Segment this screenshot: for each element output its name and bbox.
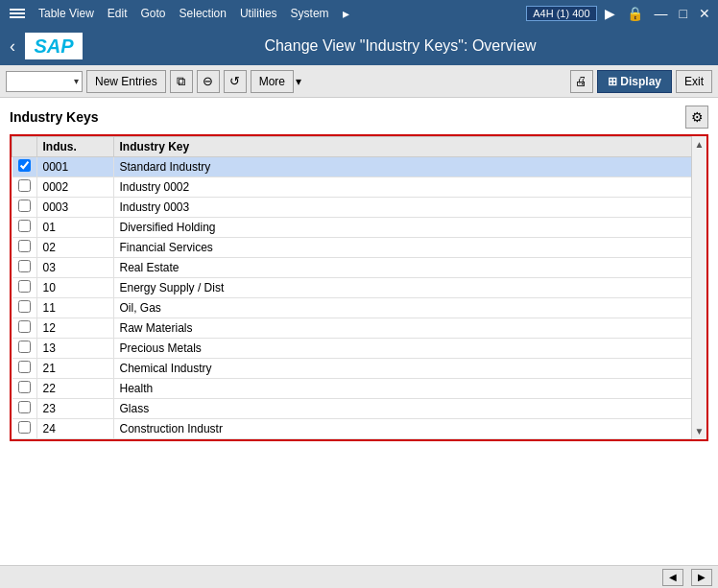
table-container[interactable]: Indus. Industry Key 0001Standard Industr… <box>12 136 706 439</box>
row-indus: 0003 <box>36 198 113 218</box>
row-industry-key: Energy Supply / Dist <box>113 278 706 298</box>
page-title: Change View "Industry Keys": Overview <box>92 37 708 55</box>
row-industry-key: Precious Metals <box>113 339 706 359</box>
row-checkbox-cell <box>12 278 37 298</box>
more-button[interactable]: More <box>251 70 294 93</box>
sap-logo-text: SAP <box>34 35 73 58</box>
table-row[interactable]: 03Real Estate <box>12 258 706 278</box>
row-checkbox-cell <box>12 157 37 177</box>
row-industry-key: Oil, Gas <box>113 298 706 318</box>
row-indus: 03 <box>36 258 113 278</box>
settings-button[interactable]: ⚙ <box>685 106 708 129</box>
menu-bar-right: A4H (1) 400 ▶ 🔒 — □ ✕ <box>526 4 714 23</box>
nav-prev-button[interactable]: ◀ <box>662 569 683 586</box>
row-indus: 0002 <box>36 177 113 198</box>
table-row[interactable]: 10Energy Supply / Dist <box>12 278 706 298</box>
transaction-id: A4H (1) 400 <box>526 6 596 21</box>
table-header: Indus. Industry Key <box>12 137 706 157</box>
close-btn[interactable]: ✕ <box>695 4 714 23</box>
row-checkbox[interactable] <box>18 421 31 434</box>
exit-button[interactable]: Exit <box>676 70 712 93</box>
menu-utilities[interactable]: Utilities <box>234 5 283 22</box>
table-row[interactable]: 23Glass <box>12 399 706 419</box>
more-button-wrap: More ▾ <box>251 70 301 93</box>
table-row[interactable]: 01Diversified Holding <box>12 218 706 238</box>
more-chevron-icon: ▾ <box>296 75 301 88</box>
row-industry-key: Health <box>113 379 706 399</box>
menu-system[interactable]: System <box>285 5 335 22</box>
sap-logo: SAP <box>25 33 83 59</box>
row-checkbox[interactable] <box>18 320 31 333</box>
row-checkbox-cell <box>12 339 37 359</box>
row-indus: 02 <box>36 238 113 258</box>
hamburger-menu[interactable] <box>4 5 31 22</box>
table-row[interactable]: 0002Industry 0002 <box>12 177 706 198</box>
row-checkbox[interactable] <box>18 361 31 373</box>
row-industry-key: Construction Industr <box>113 419 706 439</box>
nav-next-button[interactable]: ▶ <box>691 569 712 586</box>
row-checkbox-cell <box>12 379 37 399</box>
row-checkbox-cell <box>12 238 37 258</box>
menu-goto[interactable]: Goto <box>135 5 172 22</box>
industry-keys-table: Indus. Industry Key 0001Standard Industr… <box>12 136 706 439</box>
row-indus: 13 <box>36 339 113 359</box>
row-industry-key: Glass <box>113 399 706 419</box>
row-checkbox[interactable] <box>18 179 31 192</box>
minimize-btn[interactable]: — <box>651 4 672 23</box>
lock-btn[interactable]: 🔒 <box>623 4 647 23</box>
display-button[interactable]: ⊞ Display <box>597 70 672 93</box>
new-entries-button[interactable]: New Entries <box>86 70 166 93</box>
content-area: Industry Keys ⚙ Indus. Industry Key 0001… <box>0 98 718 449</box>
row-industry-key: Standard Industry <box>113 157 706 177</box>
row-checkbox[interactable] <box>18 200 31 212</box>
row-checkbox[interactable] <box>18 280 31 293</box>
row-industry-key: Financial Services <box>113 238 706 258</box>
scroll-down-icon[interactable]: ▼ <box>692 423 707 439</box>
refresh-icon-btn[interactable]: ↺ <box>224 70 247 93</box>
header-industry-key: Industry Key <box>113 137 706 157</box>
row-industry-key: Chemical Industry <box>113 359 706 379</box>
play-btn[interactable]: ▶ <box>601 4 619 23</box>
row-indus: 21 <box>36 359 113 379</box>
section-header: Industry Keys ⚙ <box>10 106 708 129</box>
row-checkbox[interactable] <box>18 300 31 313</box>
back-button[interactable]: ‹ <box>10 36 15 57</box>
delete-icon-btn[interactable]: ⊖ <box>197 70 220 93</box>
scroll-up-icon[interactable]: ▲ <box>692 136 707 153</box>
row-checkbox[interactable] <box>18 401 31 413</box>
table-row[interactable]: 12Raw Materials <box>12 318 706 339</box>
row-checkbox[interactable] <box>18 341 31 353</box>
menu-edit[interactable]: Edit <box>102 5 133 22</box>
row-indus: 23 <box>36 399 113 419</box>
table-row[interactable]: 21Chemical Industry <box>12 359 706 379</box>
row-industry-key: Industry 0002 <box>113 177 706 198</box>
row-indus: 24 <box>36 419 113 439</box>
row-checkbox[interactable] <box>18 260 31 272</box>
row-checkbox[interactable] <box>18 220 31 232</box>
row-checkbox-cell <box>12 419 37 439</box>
row-checkbox-cell <box>12 258 37 278</box>
print-button[interactable]: 🖨 <box>570 70 593 93</box>
menu-bar: Table View Edit Goto Selection Utilities… <box>0 0 718 27</box>
row-checkbox[interactable] <box>18 381 31 393</box>
table-row[interactable]: 22Health <box>12 379 706 399</box>
table-body: 0001Standard Industry0002Industry 000200… <box>12 157 706 439</box>
table-scrollbar[interactable]: ▲ ▼ <box>691 136 706 439</box>
toolbar: ▾ New Entries ⧉ ⊖ ↺ More ▾ 🖨 ⊞ Display E… <box>0 65 718 98</box>
copy-icon-btn[interactable]: ⧉ <box>170 70 193 93</box>
menu-more-arrow[interactable]: ▸ <box>337 4 355 23</box>
view-selector[interactable] <box>6 71 83 92</box>
row-checkbox[interactable] <box>18 159 31 172</box>
table-row[interactable]: 0003Industry 0003 <box>12 198 706 218</box>
row-checkbox-cell <box>12 298 37 318</box>
table-row[interactable]: 02Financial Services <box>12 238 706 258</box>
table-row[interactable]: 24Construction Industr <box>12 419 706 439</box>
menu-selection[interactable]: Selection <box>174 5 232 22</box>
row-checkbox[interactable] <box>18 240 31 252</box>
table-row[interactable]: 0001Standard Industry <box>12 157 706 177</box>
table-row[interactable]: 11Oil, Gas <box>12 298 706 318</box>
menu-table-view[interactable]: Table View <box>33 5 100 22</box>
restore-btn[interactable]: □ <box>676 4 691 23</box>
row-industry-key: Industry 0003 <box>113 198 706 218</box>
table-row[interactable]: 13Precious Metals <box>12 339 706 359</box>
